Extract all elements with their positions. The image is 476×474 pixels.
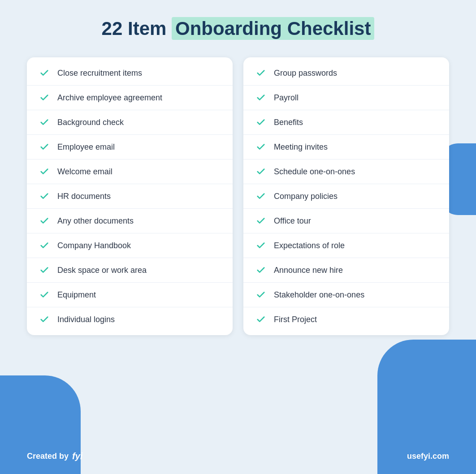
item-label: Benefits — [274, 118, 303, 127]
item-label: First Project — [274, 315, 317, 324]
check-icon — [256, 68, 266, 78]
check-icon — [39, 167, 49, 177]
item-label: Company policies — [274, 192, 338, 201]
item-label: Equipment — [57, 290, 96, 300]
check-icon — [256, 216, 266, 226]
check-icon — [256, 315, 266, 324]
check-icon — [256, 93, 266, 103]
item-label: HR documents — [57, 192, 111, 201]
list-item: Welcome email — [27, 159, 233, 184]
item-label: Schedule one-on-ones — [274, 167, 355, 177]
item-label: Archive employee agreement — [57, 93, 162, 103]
check-icon — [39, 93, 49, 103]
check-icon — [256, 265, 266, 275]
item-label: Close recruitment items — [57, 69, 142, 78]
list-item: First Project — [243, 307, 449, 332]
left-checklist-card: Close recruitment items Archive employee… — [27, 57, 233, 335]
check-icon — [39, 142, 49, 152]
main-container: 22 Item Onboarding Checklist Close recru… — [0, 0, 476, 362]
item-label: Individual logins — [57, 315, 115, 324]
item-label: Employee email — [57, 142, 115, 152]
check-icon — [39, 315, 49, 324]
item-label: Background check — [57, 118, 124, 127]
title-prefix: 22 Item — [102, 18, 172, 39]
check-icon — [39, 117, 49, 127]
check-icon — [39, 68, 49, 78]
list-item: Group passwords — [243, 61, 449, 86]
footer-url: usefyi.com — [407, 452, 449, 461]
item-label: Payroll — [274, 93, 299, 103]
check-icon — [39, 216, 49, 226]
item-label: Announce new hire — [274, 266, 343, 275]
check-icon — [39, 265, 49, 275]
title-area: 22 Item Onboarding Checklist — [27, 18, 449, 39]
item-label: Expectations of role — [274, 241, 345, 250]
check-icon — [256, 241, 266, 250]
list-item: Company Handbook — [27, 233, 233, 258]
list-item: Stakeholder one-on-ones — [243, 283, 449, 307]
item-label: Any other documents — [57, 216, 134, 226]
list-item: Background check — [27, 110, 233, 135]
list-item: Any other documents — [27, 209, 233, 233]
checklist-grid: Close recruitment items Archive employee… — [27, 57, 449, 335]
list-item: Benefits — [243, 110, 449, 135]
check-icon — [39, 290, 49, 300]
list-item: Equipment — [27, 283, 233, 307]
list-item: Schedule one-on-ones — [243, 159, 449, 184]
check-icon — [256, 142, 266, 152]
list-item: Desk space or work area — [27, 258, 233, 283]
item-label: Stakeholder one-on-ones — [274, 290, 364, 300]
list-item: Expectations of role — [243, 233, 449, 258]
item-label: Welcome email — [57, 167, 113, 177]
page-title: 22 Item Onboarding Checklist — [27, 18, 449, 39]
check-icon — [256, 191, 266, 201]
footer-left: Created by fyi — [27, 451, 82, 461]
item-label: Office tour — [274, 216, 311, 226]
title-highlight: Onboarding Checklist — [172, 17, 374, 40]
created-by-label: Created by — [27, 452, 69, 461]
list-item: Close recruitment items — [27, 61, 233, 86]
list-item: Individual logins — [27, 307, 233, 332]
list-item: HR documents — [27, 184, 233, 209]
list-item: Payroll — [243, 86, 449, 110]
right-checklist-card: Group passwords Payroll Benefits Meeting… — [243, 57, 449, 335]
list-item: Announce new hire — [243, 258, 449, 283]
brand-name: fyi — [72, 451, 82, 461]
list-item: Meeting invites — [243, 135, 449, 159]
item-label: Company Handbook — [57, 241, 131, 250]
item-label: Group passwords — [274, 69, 337, 78]
check-icon — [256, 290, 266, 300]
list-item: Company policies — [243, 184, 449, 209]
check-icon — [256, 117, 266, 127]
check-icon — [39, 191, 49, 201]
footer: Created by fyi usefyi.com — [27, 451, 449, 461]
item-label: Meeting invites — [274, 142, 328, 152]
item-label: Desk space or work area — [57, 266, 147, 275]
list-item: Office tour — [243, 209, 449, 233]
check-icon — [256, 167, 266, 177]
check-icon — [39, 241, 49, 250]
list-item: Employee email — [27, 135, 233, 159]
list-item: Archive employee agreement — [27, 86, 233, 110]
